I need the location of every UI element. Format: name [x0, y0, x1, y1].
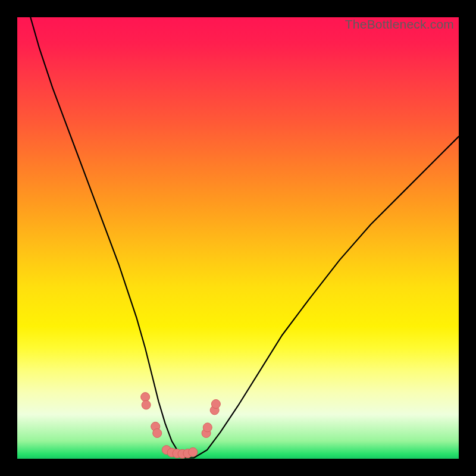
bottleneck-curve-path — [30, 17, 459, 458]
curve-marker — [142, 400, 151, 409]
curve-marker — [189, 447, 198, 456]
chart-frame: TheBottleneck.com — [0, 0, 476, 476]
chart-svg — [17, 17, 459, 459]
curve-marker — [211, 399, 220, 408]
plot-area: TheBottleneck.com — [17, 17, 459, 459]
curve-marker — [141, 393, 150, 402]
curve-marker — [153, 428, 162, 437]
curve-marker — [203, 423, 212, 432]
